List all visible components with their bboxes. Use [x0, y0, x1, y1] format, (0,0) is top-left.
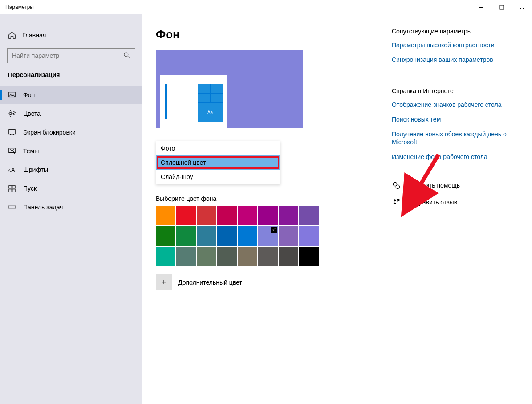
color-swatch-2[interactable] — [197, 206, 216, 225]
svg-rect-12 — [12, 189, 15, 192]
titlebar: Параметры — [0, 0, 532, 14]
color-swatch-3[interactable] — [217, 206, 237, 225]
color-swatch-20[interactable] — [238, 247, 257, 266]
home-icon — [8, 31, 16, 39]
nav-label: Темы — [23, 147, 39, 155]
right-column: Сопутствующие параметры Параметры высоко… — [392, 14, 525, 404]
help-link-2[interactable]: Получение новых обоев каждый день от Mic… — [392, 130, 514, 147]
feedback-label: Отправить отзыв — [408, 199, 457, 206]
color-swatch-10[interactable] — [197, 226, 216, 246]
svg-point-3 — [9, 112, 12, 114]
color-swatch-17[interactable] — [176, 247, 196, 266]
custom-color-button[interactable]: + — [156, 274, 172, 290]
help-link-1[interactable]: Поиск новых тем — [392, 115, 514, 124]
sidebar-item-1[interactable]: Цвета — [0, 104, 142, 123]
dropdown-option-2[interactable]: Слайд-шоу — [156, 170, 280, 184]
nav-icon-1 — [8, 110, 16, 118]
window-title: Параметры — [5, 4, 34, 10]
preview-aa-tile: Aa — [198, 103, 223, 122]
nav-icon-4: AA — [8, 166, 16, 174]
svg-point-1 — [124, 53, 128, 57]
svg-rect-6 — [9, 148, 15, 153]
nav-icon-0 — [8, 91, 16, 99]
color-swatch-4[interactable] — [238, 206, 257, 225]
custom-color-label: Дополнительный цвет — [178, 279, 242, 286]
color-swatch-13[interactable] — [258, 226, 278, 246]
svg-point-15 — [396, 185, 399, 188]
svg-rect-9 — [9, 186, 12, 188]
color-swatch-1[interactable] — [176, 206, 196, 225]
nav-label: Цвета — [23, 110, 41, 117]
feedback-link[interactable]: Отправить отзыв — [392, 198, 514, 207]
color-swatch-19[interactable] — [217, 247, 237, 266]
color-swatch-9[interactable] — [176, 226, 196, 246]
sidebar-item-6[interactable]: Панель задач — [0, 198, 142, 216]
dropdown-option-1[interactable]: Сплошной цвет — [156, 155, 280, 170]
color-swatch-18[interactable] — [197, 247, 216, 266]
nav-label: Шрифты — [23, 166, 48, 173]
svg-text:A: A — [8, 168, 11, 173]
nav-icon-2 — [8, 128, 16, 136]
sidebar-item-3[interactable]: Темы — [0, 142, 142, 160]
search-icon — [123, 52, 130, 60]
sidebar-item-0[interactable]: Фон — [0, 86, 142, 104]
svg-point-16 — [394, 200, 396, 202]
color-swatch-22[interactable] — [279, 247, 298, 266]
related-link-1[interactable]: Синхронизация ваших параметров — [392, 56, 514, 64]
search-box[interactable] — [7, 48, 135, 63]
nav-label: Фон — [23, 91, 35, 98]
svg-rect-11 — [9, 189, 12, 192]
section-heading: Персонализация — [0, 71, 142, 86]
help-link-3[interactable]: Изменение фона рабочего стола — [392, 153, 514, 161]
plus-icon: + — [162, 278, 167, 287]
home-label: Главная — [22, 32, 46, 39]
color-swatch-14[interactable] — [279, 226, 298, 246]
color-swatch-23[interactable] — [299, 247, 319, 266]
window-controls — [471, 0, 532, 14]
nav-icon-3 — [8, 147, 16, 155]
related-heading: Сопутствующие параметры — [392, 28, 514, 35]
minimize-button[interactable] — [471, 0, 491, 14]
get-help-link[interactable]: Получить помощь — [392, 181, 514, 190]
pick-color-label: Выберите цвет фона — [156, 195, 392, 202]
color-swatch-21[interactable] — [258, 247, 278, 266]
color-swatch-5[interactable] — [258, 206, 278, 225]
svg-rect-5 — [10, 134, 13, 135]
color-swatch-grid — [156, 206, 392, 266]
dropdown-option-0[interactable]: Фото — [156, 141, 280, 155]
sidebar-item-4[interactable]: AAШрифты — [0, 160, 142, 179]
color-swatch-7[interactable] — [299, 206, 319, 225]
color-swatch-16[interactable] — [156, 247, 175, 266]
background-type-dropdown[interactable]: ФотоСплошной цветСлайд-шоу — [156, 141, 280, 184]
feedback-icon — [392, 198, 401, 207]
color-swatch-8[interactable] — [156, 226, 175, 246]
desktop-preview: Aa — [156, 50, 303, 128]
color-swatch-11[interactable] — [217, 226, 237, 246]
close-button[interactable] — [512, 0, 532, 14]
color-swatch-6[interactable] — [279, 206, 298, 225]
color-swatch-0[interactable] — [156, 206, 175, 225]
search-input[interactable] — [12, 52, 123, 59]
nav-icon-5 — [8, 184, 16, 192]
color-swatch-12[interactable] — [238, 226, 257, 246]
svg-rect-10 — [12, 186, 15, 188]
svg-rect-13 — [8, 206, 16, 208]
content-area: Фон Aa ФотоСплошной цветСлай — [142, 14, 392, 404]
nav-label: Пуск — [23, 185, 37, 192]
svg-text:A: A — [11, 167, 15, 173]
svg-rect-4 — [9, 130, 15, 134]
nav-label: Экран блокировки — [23, 129, 76, 136]
color-swatch-15[interactable] — [299, 226, 319, 246]
sidebar-item-2[interactable]: Экран блокировки — [0, 123, 142, 142]
help-heading: Справка в Интернете — [392, 87, 514, 94]
nav-label: Панель задач — [23, 204, 63, 211]
svg-rect-0 — [500, 5, 504, 9]
help-icon — [392, 181, 401, 190]
nav-icon-6 — [8, 203, 16, 211]
related-link-0[interactable]: Параметры высокой контрастности — [392, 41, 514, 49]
page-title: Фон — [156, 28, 392, 41]
help-link-0[interactable]: Отображение значков рабочего стола — [392, 101, 514, 109]
home-link[interactable]: Главная — [0, 27, 142, 44]
maximize-button[interactable] — [491, 0, 512, 14]
sidebar-item-5[interactable]: Пуск — [0, 179, 142, 198]
